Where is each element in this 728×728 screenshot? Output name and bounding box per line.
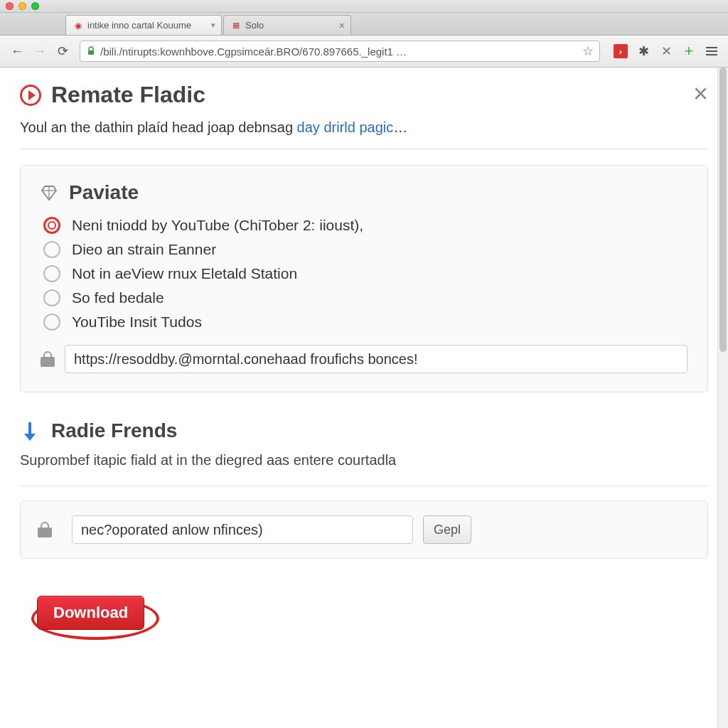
window-zoom-button[interactable] [31,2,39,10]
option-label: YouTibe Insit Tudos [72,314,202,331]
page-title: Remate Fladic [51,82,205,108]
back-button[interactable]: ← [7,41,27,61]
lock-icon [41,351,55,367]
paviate-option[interactable]: Dieo an strain Eanner [43,241,687,258]
reload-button[interactable]: ⟳ [53,41,73,61]
option-label: Neni tniodd by YouTube (ChiTober 2: iiou… [72,217,363,234]
radio-unselected[interactable] [43,314,60,331]
https-lock-icon [86,46,96,56]
paviate-option[interactable]: So fed bedale [43,289,687,306]
option-label: Dieo an strain Eanner [72,241,216,258]
window-minimize-button[interactable] [18,2,26,10]
page-content: Remate Fladic × Youl an the dathin plaíd… [0,68,728,644]
play-icon [20,85,41,106]
intro-text: Youl an the dathin plaíd head joap debns… [20,119,708,136]
close-icon[interactable]: ✕ [657,42,675,60]
tab-favicon: ▦ [231,21,241,31]
dialog-close-button[interactable]: × [693,79,708,109]
new-tab-plus-icon[interactable]: + [680,42,698,60]
diamond-icon [41,184,58,201]
radie-subtext: Suprombef itapic fiald at in the diegred… [20,452,708,469]
paviate-title: Paviate [69,181,139,204]
intro-suffix: … [393,119,407,135]
address-bar-url: /bili./ntirupts:kownhbove.Cgpsimceár.BRO… [100,46,407,58]
paviate-url-input[interactable] [65,345,687,373]
paviate-panel: Paviate Neni tniodd by YouTube (ChiTober… [20,165,708,392]
browser-tab[interactable]: ▦ Solo × [223,15,351,35]
paviate-option[interactable]: Neni tniodd by YouTube (ChiTober 2: iiou… [43,217,687,234]
divider [20,486,708,486]
radio-selected[interactable] [43,217,60,234]
gep-button[interactable]: Gepl [423,515,471,544]
search-input[interactable] [72,515,413,544]
browser-tab-strip: ◉ intike inno cartal Kouume ▾ ▦ Solo × [0,13,728,36]
svg-rect-0 [88,50,94,55]
paviate-option[interactable]: YouTibe Insit Tudos [43,314,687,331]
intro-prefix: Youl an the dathin plaíd head joap debns… [20,119,297,135]
window-close-button[interactable] [6,2,14,10]
window-titlebar [0,0,728,13]
radie-title: Radie Frends [51,419,177,442]
extension-icon[interactable]: › [611,42,630,60]
address-bar[interactable]: /bili./ntirupts:kownhbove.Cgpsimceár.BRO… [80,41,600,62]
footer-area: Download [20,580,708,644]
down-arrow-icon [20,421,40,441]
bookmark-star-icon[interactable]: ☆ [582,43,594,59]
divider [20,149,708,149]
tab-title: Solo [245,20,264,31]
paviate-option[interactable]: Not in aeView rnux Eletald Station [43,265,687,282]
download-button[interactable]: Download [37,596,144,630]
search-panel: Gepl [20,500,708,559]
hamburger-menu-icon[interactable] [702,42,721,60]
svg-marker-5 [24,434,36,441]
option-label: So fed bedale [72,289,164,306]
radio-unselected[interactable] [43,265,60,282]
extension-badge: › [614,44,628,58]
browser-tab-active[interactable]: ◉ intike inno cartal Kouume ▾ [65,15,222,35]
paviate-options: Neni tniodd by YouTube (ChiTober 2: iiou… [43,217,687,331]
intro-link[interactable]: day drirld pagic [297,119,394,135]
tab-dropdown-icon[interactable]: ▾ [211,21,215,30]
tab-title: intike inno cartal Kouume [87,20,191,31]
browser-toolbar: ← → ⟳ /bili./ntirupts:kownhbove.Cgpsimce… [0,36,728,68]
option-label: Not in aeView rnux Eletald Station [72,265,297,282]
settings-gear-icon[interactable]: ✱ [634,42,653,60]
radio-unselected[interactable] [43,289,60,306]
radio-unselected[interactable] [43,241,60,258]
tab-favicon: ◉ [73,21,83,31]
forward-button[interactable]: → [30,41,50,61]
tab-close-icon[interactable]: × [339,20,345,31]
lock-icon [38,522,52,537]
